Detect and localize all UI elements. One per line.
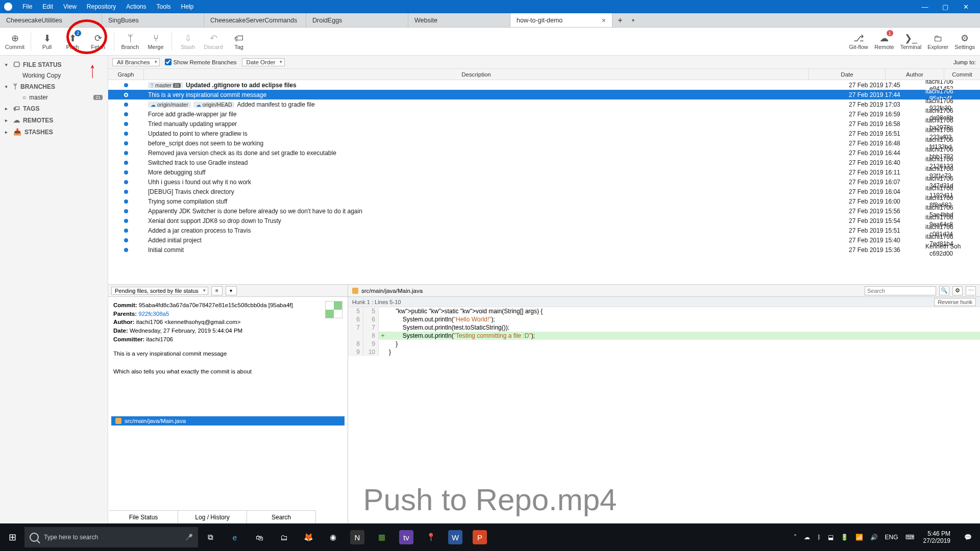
code-line[interactable]: 55 "kw">public "kw">static "kw">void mai… [348,307,980,315]
tray-chevron-icon[interactable]: ˄ [794,534,797,541]
tab-log-history[interactable]: Log / History [178,511,247,523]
repo-tab[interactable]: CheesecakeServerCommands [204,13,306,27]
repo-tab[interactable]: DroidEggs [306,13,408,27]
bluetooth-icon[interactable]: ᛒ [817,534,821,541]
stash-button[interactable]: ⇩Stash [175,28,201,55]
branch-item-master[interactable]: ○master21 [0,92,108,103]
code-line[interactable]: 77 System.out.println(test.toStaticStrin… [348,323,980,332]
col-description[interactable]: Description [144,69,809,80]
fetch-button[interactable]: ⟳Fetch [85,28,111,55]
commit-row[interactable]: Removed java version check as its done a… [108,148,980,158]
view-options-button[interactable]: ▾ [226,286,237,295]
diff-more-button[interactable]: ⋯ [966,286,976,295]
remotes-section[interactable]: ▸☁REMOTES [0,114,108,126]
merge-button[interactable]: ⑂Merge [143,28,168,55]
terminal-button[interactable]: ❯_Terminal [897,28,925,55]
taskbar-search[interactable]: Type here to search 🎤 [24,527,198,547]
reverse-hunk-button[interactable]: Reverse hunk [934,298,976,306]
commit-row[interactable]: ᛘmaster21Updated .gitignore to add eclip… [108,80,980,90]
wifi-icon[interactable]: 📶 [855,534,863,541]
branch-filter-combo[interactable]: All Branches [112,58,160,66]
menu-edit[interactable]: Edit [37,3,58,10]
twitch-icon[interactable]: tv [394,523,419,551]
commit-row[interactable]: Updated to point to where gradlew is27 F… [108,129,980,138]
commit-row[interactable]: Switched track to use Gradle instead27 F… [108,158,980,167]
repo-tab[interactable]: Website [408,13,510,27]
menu-actions[interactable]: Actions [121,3,151,10]
ime-icon[interactable]: ⌨ [905,534,914,541]
explorer-icon[interactable]: 🗂 [272,523,296,551]
minimize-button[interactable]: — [915,3,935,11]
commit-row[interactable]: ☁origin/master☁origin/HEADAdded manifest… [108,99,980,109]
repo-tab[interactable]: SingBuses [102,13,204,27]
code-line[interactable]: 66 System.out.println("Hello World!"); [348,315,980,323]
commit-row[interactable]: Xenial dont support JDK8 so drop down to… [108,216,980,226]
commit-row[interactable]: Tried manually updating wrapper27 Feb 20… [108,119,980,129]
commit-row[interactable]: before_script does not seem to be workin… [108,138,980,148]
discard-button[interactable]: ↶Discard [201,28,226,55]
col-graph[interactable]: Graph [108,69,144,80]
commit-row[interactable]: More debugging stuff27 Feb 2019 16:11ita… [108,167,980,177]
taskbar-clock[interactable]: 5:46 PM 27/2/2019 [918,530,955,545]
order-combo[interactable]: Date Order [242,58,285,66]
push-button[interactable]: ⬆Push2 [60,28,85,55]
pending-filter-combo[interactable]: Pending files, sorted by file status [111,287,208,295]
show-remote-checkbox[interactable]: Show Remote Branches [165,59,237,65]
repo-tab[interactable]: CheesecakeUtilities [0,13,102,27]
maximize-button[interactable]: ▢ [935,3,955,11]
menu-view[interactable]: View [58,3,82,10]
commit-row[interactable]: This is a very inspirational commit mess… [108,90,980,99]
edge-icon[interactable]: e [223,523,247,551]
changed-file-item[interactable]: src/main/java/Main.java [111,416,345,425]
remote-button[interactable]: ☁Remote1 [871,28,897,55]
working-copy-item[interactable]: Working Copy [0,70,108,81]
commit-row[interactable]: Uhh i guess i found out why it no work27… [108,177,980,187]
menu-repository[interactable]: Repository [82,3,121,10]
start-button[interactable]: ⊞ [0,523,24,551]
language-indicator[interactable]: ENG [885,534,898,541]
action-center-button[interactable]: 💬 [955,523,980,551]
diff-settings-button[interactable]: ⚙ [952,286,963,295]
parent-link[interactable]: 922fc308a5 [138,311,169,317]
commit-row[interactable]: Added a jar creation process to Travis27… [108,226,980,235]
diff-search-input[interactable] [865,286,936,295]
explorer-button[interactable]: 🗀Explorer [924,28,951,55]
view-list-button[interactable]: ≡ [211,286,223,295]
diff-code[interactable]: 55 "kw">public "kw">static "kw">void mai… [348,307,980,356]
diff-search-button[interactable]: 🔍 [939,286,949,295]
menu-help[interactable]: Help [176,3,199,10]
repo-tab[interactable]: how-to-git-demo× [510,13,612,27]
commit-row[interactable]: Added initial project27 Feb 2019 15:40it… [108,235,980,245]
commit-list[interactable]: ᛘmaster21Updated .gitignore to add eclip… [108,80,980,284]
commit-row[interactable]: Force add gradle-wrapper jar file27 Feb … [108,109,980,119]
commit-row[interactable]: Initial commit27 Feb 2019 15:36Kenneth S… [108,245,980,255]
maps-icon[interactable]: 📍 [419,523,443,551]
menu-tools[interactable]: Tools [152,3,176,10]
new-tab-button[interactable]: + [612,13,628,27]
code-line[interactable]: 8+ System.out.println("Testing committin… [348,332,980,340]
commit-row[interactable]: [DEBUG] Travis check directory27 Feb 201… [108,187,980,196]
col-commit[interactable]: Commit [944,69,980,80]
file-status-section[interactable]: ▾🖵FILE STATUS [0,59,108,70]
settings-button[interactable]: ⚙Settings [951,28,978,55]
system-tray[interactable]: ˄ ☁ ᛒ ⬓ 🔋 📶 🔊 ENG ⌨ [790,534,918,541]
dropbox-icon[interactable]: ⬓ [828,534,834,541]
minecraft-icon[interactable]: ▦ [370,523,394,551]
branches-section[interactable]: ▾ᛘBRANCHES [0,81,108,92]
col-date[interactable]: Date [809,69,886,80]
code-line[interactable]: 910} [348,348,980,356]
stashes-section[interactable]: ▸📥STASHES [0,126,108,138]
commit-row[interactable]: Trying some compilation stuff27 Feb 2019… [108,196,980,206]
tab-file-status[interactable]: File Status [109,511,178,523]
powerpoint-icon[interactable]: P [468,523,492,551]
task-view-button[interactable]: ⧉ [198,523,223,551]
tab-overflow-button[interactable]: ▾ [628,13,638,27]
tags-section[interactable]: ▸🏷TAGS [0,103,108,114]
col-author[interactable]: Author [886,69,944,80]
volume-icon[interactable]: 🔊 [870,534,878,541]
pull-button[interactable]: ⬇Pull [34,28,60,55]
store-icon[interactable]: 🛍 [247,523,272,551]
firefox-icon[interactable]: 🦊 [296,523,321,551]
tab-search[interactable]: Search [247,511,316,523]
commit-row[interactable]: Apparently JDK Switcher is done before a… [108,206,980,216]
